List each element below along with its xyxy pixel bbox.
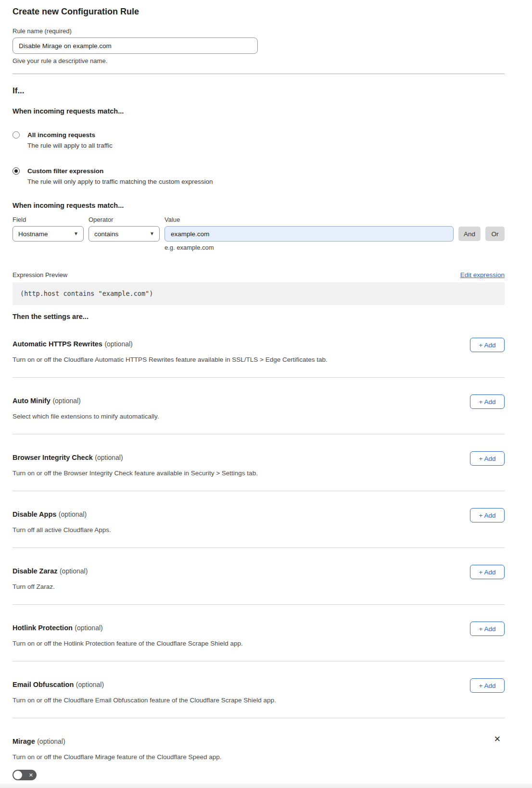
rule-name-input[interactable] <box>13 38 258 54</box>
builder-heading: When incoming requests match... <box>13 202 505 210</box>
setting-description: Turn on or off the Cloudflare Automatic … <box>13 356 328 364</box>
or-button[interactable]: Or <box>485 227 505 241</box>
radio-selected-icon[interactable] <box>13 167 20 175</box>
radio-option-label: Custom filter expression <box>27 167 213 175</box>
add-button[interactable]: + Add <box>470 508 505 522</box>
value-helper: e.g. example.com <box>165 244 505 251</box>
chevron-down-icon: ▼ <box>150 231 154 236</box>
optional-suffix: (optional) <box>76 681 104 688</box>
add-button[interactable]: + Add <box>470 451 505 466</box>
close-icon[interactable]: ✕ <box>494 735 501 743</box>
match-heading: When incoming requests match... <box>13 107 505 115</box>
setting-description: Select which file extensions to minify a… <box>13 412 159 420</box>
section-divider <box>13 74 505 74</box>
expression-preview-code: (http.host contains "example.com") <box>13 282 505 305</box>
add-button[interactable]: + Add <box>470 678 505 693</box>
create-configuration-rule-form: Create new Configuration Rule Rule name … <box>0 0 532 780</box>
setting-row-browser-integrity-check: Browser Integrity Check (optional) Turn … <box>13 434 505 491</box>
setting-row-disable-apps: Disable Apps (optional) Turn off all act… <box>13 491 505 548</box>
setting-title: Hotlink Protection <box>13 624 73 632</box>
optional-suffix: (optional) <box>37 737 65 745</box>
operator-select-value: contains <box>94 230 118 238</box>
radio-option-description: The rule will apply to all traffic <box>27 141 113 150</box>
and-button[interactable]: And <box>458 227 481 241</box>
optional-suffix: (optional) <box>52 397 80 405</box>
setting-title: Disable Zaraz <box>13 567 58 575</box>
value-input[interactable] <box>165 226 454 241</box>
setting-row-mirage: Mirage (optional) Turn on or off the Clo… <box>13 718 505 780</box>
if-heading: If... <box>13 86 505 96</box>
setting-title: Mirage <box>13 737 35 745</box>
setting-description: Turn on or off the Hotlink Protection fe… <box>13 639 243 648</box>
optional-suffix: (optional) <box>95 454 123 461</box>
setting-description: Turn on or off the Browser Integrity Che… <box>13 469 258 477</box>
value-column-label: Value <box>165 216 454 223</box>
rule-name-helper: Give your rule a descriptive name. <box>13 57 505 64</box>
operator-column-label: Operator <box>89 216 160 223</box>
expression-builder: Field Operator Value Hostname ▼ contains… <box>13 216 505 241</box>
setting-row-automatic-https-rewrites: Automatic HTTPS Rewrites (optional) Turn… <box>13 321 505 378</box>
add-button[interactable]: + Add <box>470 338 505 352</box>
setting-row-email-obfuscation: Email Obfuscation (optional) Turn on or … <box>13 661 505 718</box>
field-select[interactable]: Hostname ▼ <box>13 226 84 241</box>
field-column-label: Field <box>13 216 84 223</box>
expression-preview-label: Expression Preview <box>13 271 67 279</box>
setting-title: Browser Integrity Check <box>13 454 93 461</box>
operator-select[interactable]: contains ▼ <box>89 226 160 241</box>
setting-description: Turn on or off the Cloudflare Email Obfu… <box>13 696 276 704</box>
page-title: Create new Configuration Rule <box>13 6 505 17</box>
footer-bar-edge <box>0 783 532 788</box>
rule-name-label: Rule name (required) <box>13 27 505 35</box>
edit-expression-link[interactable]: Edit expression <box>460 271 505 279</box>
add-button[interactable]: + Add <box>470 565 505 579</box>
setting-row-hotlink-protection: Hotlink Protection (optional) Turn on or… <box>13 605 505 661</box>
setting-description: Turn on or off the Cloudflare Mirage fea… <box>13 753 222 761</box>
optional-suffix: (optional) <box>60 567 88 575</box>
optional-suffix: (optional) <box>59 510 87 518</box>
chevron-down-icon: ▼ <box>74 231 78 236</box>
setting-title: Email Obfuscation <box>13 681 74 688</box>
setting-title: Auto Minify <box>13 397 51 405</box>
radio-option-label: All incoming requests <box>27 131 113 139</box>
setting-row-auto-minify: Auto Minify (optional) Select which file… <box>13 378 505 434</box>
radio-unselected-icon[interactable] <box>13 131 20 139</box>
radio-option-description: The rule will only apply to traffic matc… <box>27 178 213 186</box>
radio-option-all-incoming-requests[interactable]: All incoming requests The rule will appl… <box>13 131 505 150</box>
setting-title: Automatic HTTPS Rewrites <box>13 340 102 348</box>
mirage-toggle[interactable]: ✕ <box>13 770 37 780</box>
toggle-knob <box>13 771 22 779</box>
radio-option-custom-filter-expression[interactable]: Custom filter expression The rule will o… <box>13 167 505 186</box>
setting-description: Turn off Zaraz. <box>13 583 88 591</box>
optional-suffix: (optional) <box>104 340 132 348</box>
optional-suffix: (optional) <box>75 624 102 632</box>
setting-description: Turn off all active Cloudflare Apps. <box>13 526 111 534</box>
field-select-value: Hostname <box>18 230 48 238</box>
add-button[interactable]: + Add <box>470 394 505 409</box>
setting-row-disable-zaraz: Disable Zaraz (optional) Turn off Zaraz.… <box>13 548 505 605</box>
toggle-off-x-icon: ✕ <box>29 773 33 778</box>
settings-heading: Then the settings are... <box>13 313 505 321</box>
add-button[interactable]: + Add <box>470 622 505 636</box>
setting-title: Disable Apps <box>13 510 56 518</box>
